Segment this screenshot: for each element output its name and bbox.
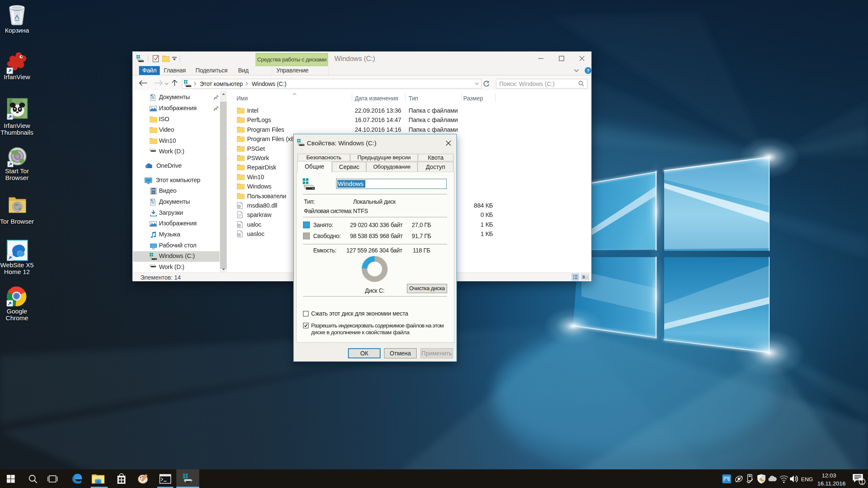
svg-text:1: 1: [861, 479, 864, 485]
svg-text:?: ?: [587, 68, 590, 73]
